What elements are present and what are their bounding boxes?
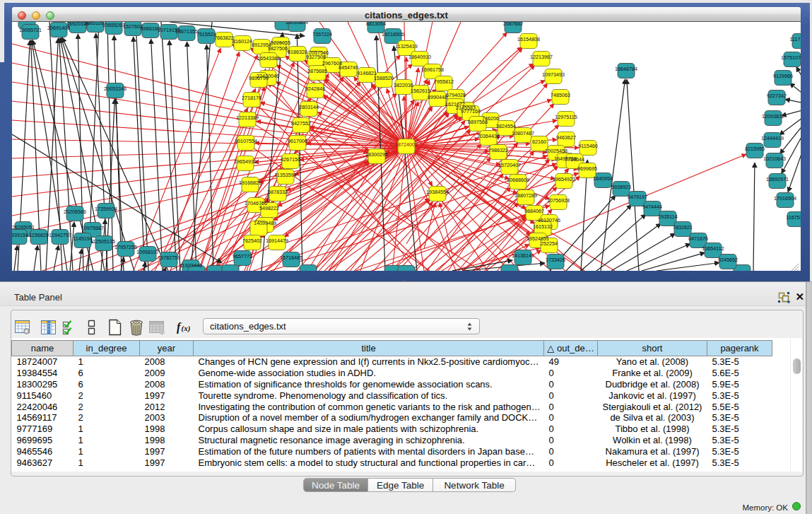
svg-text:18807289: 18807289 bbox=[514, 192, 537, 199]
svg-text:11353594: 11353594 bbox=[274, 172, 296, 178]
svg-text:15692971: 15692971 bbox=[766, 176, 789, 182]
svg-text:10973493: 10973493 bbox=[542, 71, 565, 78]
svg-text:9617006: 9617006 bbox=[288, 138, 307, 144]
svg-text:7485063: 7485063 bbox=[551, 92, 570, 98]
svg-text:19166829: 19166829 bbox=[239, 180, 261, 186]
svg-text:(x): (x) bbox=[182, 324, 191, 333]
svg-text:7955812: 7955812 bbox=[434, 78, 454, 85]
svg-text:6794028: 6794028 bbox=[446, 92, 466, 98]
svg-text:11923446: 11923446 bbox=[180, 262, 201, 269]
svg-text:6479197: 6479197 bbox=[628, 194, 647, 200]
svg-text:7832621: 7832621 bbox=[673, 224, 693, 230]
svg-text:9245652: 9245652 bbox=[718, 257, 738, 263]
svg-text:26265051: 26265051 bbox=[12, 224, 35, 230]
svg-text:9657771: 9657771 bbox=[233, 253, 252, 259]
svg-text:8427552: 8427552 bbox=[291, 120, 311, 127]
svg-text:14136141: 14136141 bbox=[512, 252, 534, 259]
svg-text:8267150: 8267150 bbox=[281, 156, 300, 163]
svg-text:10975887: 10975887 bbox=[81, 225, 104, 231]
svg-text:16543382: 16543382 bbox=[257, 55, 280, 62]
svg-text:3824554: 3824554 bbox=[496, 123, 516, 129]
svg-text:5498222: 5498222 bbox=[259, 205, 279, 211]
svg-text:1156829: 1156829 bbox=[29, 232, 48, 238]
svg-text:16154808: 16154808 bbox=[517, 36, 540, 42]
svg-text:7986322: 7986322 bbox=[488, 147, 508, 153]
svg-text:8160124: 8160124 bbox=[233, 38, 252, 45]
svg-text:12505135: 12505135 bbox=[93, 238, 115, 245]
svg-text:9699695: 9699695 bbox=[577, 165, 597, 172]
svg-text:9115460: 9115460 bbox=[578, 143, 597, 149]
svg-text:1562615: 1562615 bbox=[411, 88, 430, 94]
svg-text:10756928: 10756928 bbox=[547, 197, 570, 204]
svg-text:1640954: 1640954 bbox=[593, 175, 613, 182]
svg-text:16033809: 16033809 bbox=[286, 22, 308, 25]
svg-text:12942757: 12942757 bbox=[49, 232, 71, 238]
svg-text:16782759: 16782759 bbox=[158, 255, 180, 261]
svg-text:5938923: 5938923 bbox=[611, 184, 631, 190]
svg-text:9827506: 9827506 bbox=[268, 45, 288, 52]
svg-text:2935114: 2935114 bbox=[658, 214, 677, 220]
svg-text:15716485: 15716485 bbox=[280, 255, 302, 261]
svg-text:2718176: 2718176 bbox=[242, 95, 261, 101]
svg-text:16648784: 16648784 bbox=[615, 66, 637, 72]
svg-text:18300295: 18300295 bbox=[365, 151, 388, 158]
svg-text:19218506: 19218506 bbox=[382, 31, 404, 37]
svg-text:9327508: 9327508 bbox=[306, 54, 326, 60]
svg-text:7663822: 7663822 bbox=[214, 35, 234, 41]
svg-text:8215955: 8215955 bbox=[745, 146, 765, 152]
svg-text:10025458: 10025458 bbox=[545, 148, 567, 154]
svg-text:20206586: 20206586 bbox=[64, 209, 86, 215]
svg-text:2803144: 2803144 bbox=[299, 104, 319, 110]
svg-text:9129966: 9129966 bbox=[773, 73, 793, 79]
svg-text:5878332: 5878332 bbox=[268, 189, 288, 195]
svg-text:1145194: 1145194 bbox=[73, 235, 92, 242]
svg-text:18640910: 18640910 bbox=[408, 54, 431, 60]
svg-text:12444419: 12444419 bbox=[761, 135, 784, 141]
svg-text:8990448: 8990448 bbox=[428, 94, 447, 100]
svg-text:9896799: 9896799 bbox=[249, 75, 269, 81]
svg-text:9884067: 9884067 bbox=[524, 208, 544, 214]
svg-text:18724007: 18724007 bbox=[395, 141, 418, 148]
svg-text:12093832: 12093832 bbox=[762, 113, 784, 119]
svg-text:10210643: 10210643 bbox=[763, 156, 786, 162]
svg-text:16914479: 16914479 bbox=[266, 238, 288, 244]
svg-text:9227342: 9227342 bbox=[767, 93, 787, 99]
svg-text:15720407: 15720407 bbox=[498, 162, 521, 168]
svg-text:10688609: 10688609 bbox=[507, 177, 529, 183]
svg-text:10958107: 10958107 bbox=[136, 249, 159, 255]
svg-text:1733426: 1733426 bbox=[546, 257, 565, 263]
svg-text:62160: 62160 bbox=[532, 139, 546, 145]
svg-text:2087682: 2087682 bbox=[503, 22, 523, 27]
svg-text:9242848: 9242848 bbox=[305, 86, 325, 92]
svg-text:3875685: 3875685 bbox=[307, 68, 327, 74]
svg-text:10807487: 10807487 bbox=[512, 130, 534, 136]
svg-text:19055721: 19055721 bbox=[19, 27, 42, 33]
svg-text:8186328: 8186328 bbox=[288, 49, 307, 55]
svg-text:10107554: 10107554 bbox=[235, 138, 257, 144]
svg-text:20053346: 20053346 bbox=[104, 86, 126, 92]
svg-text:14099489: 14099489 bbox=[254, 220, 276, 226]
svg-text:9777169: 9777169 bbox=[461, 108, 481, 115]
svg-text:15751074: 15751074 bbox=[781, 54, 801, 61]
svg-text:9474444: 9474444 bbox=[642, 204, 662, 210]
svg-text:7515524: 7515524 bbox=[196, 31, 216, 37]
svg-text:8454749: 8454749 bbox=[339, 64, 358, 71]
svg-text:16671355: 16671355 bbox=[175, 28, 198, 35]
svg-text:16120746: 16120746 bbox=[538, 217, 560, 223]
svg-text:12975115: 12975115 bbox=[555, 114, 577, 120]
svg-text:19654933: 19654933 bbox=[234, 158, 257, 165]
svg-text:10654112: 10654112 bbox=[702, 245, 724, 252]
svg-text:11171735: 11171735 bbox=[790, 36, 801, 42]
svg-text:17359924: 17359924 bbox=[95, 206, 117, 212]
svg-text:7789644: 7789644 bbox=[565, 156, 584, 163]
svg-text:6897568: 6897568 bbox=[468, 119, 488, 125]
svg-text:1527602: 1527602 bbox=[123, 23, 143, 30]
svg-text:16961758: 16961758 bbox=[421, 66, 444, 73]
svg-text:17016504: 17016504 bbox=[774, 195, 796, 201]
svg-text:17957255: 17957255 bbox=[114, 244, 137, 250]
svg-text:10655267: 10655267 bbox=[102, 22, 125, 28]
svg-text:12213967: 12213967 bbox=[530, 54, 553, 60]
svg-text:1167533: 1167533 bbox=[786, 214, 801, 221]
svg-text:1588520: 1588520 bbox=[374, 75, 394, 81]
svg-text:9463627: 9463627 bbox=[556, 134, 576, 141]
